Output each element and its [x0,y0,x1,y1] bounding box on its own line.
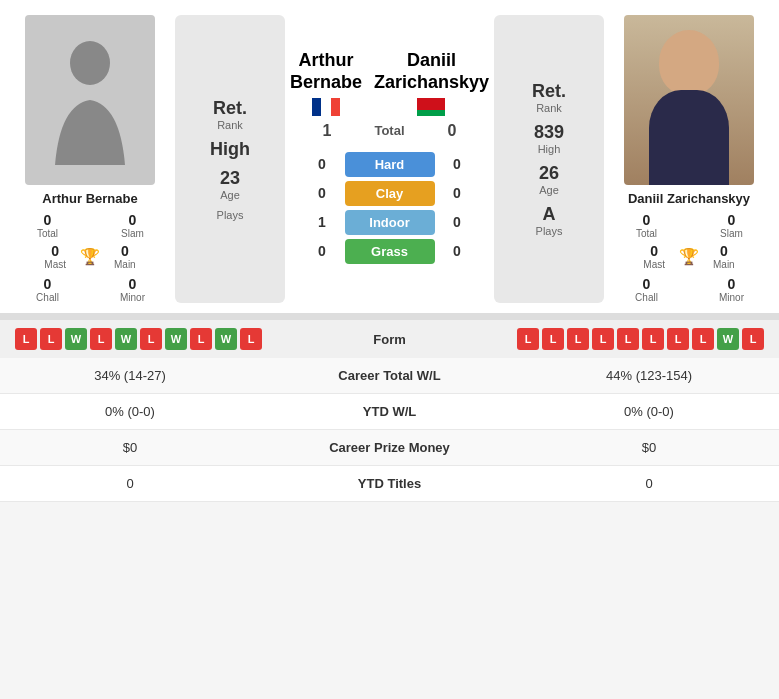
left-high-stat: High [210,139,250,160]
surface-btn-clay[interactable]: Clay [345,181,435,206]
svg-point-0 [70,41,110,85]
right-chall-stat: 0 Chall [609,276,684,303]
form-badge-l: L [567,328,589,350]
surface-area: Arthur Bernabe Daniil Zarichanskyy [290,15,489,303]
form-badge-w: W [717,328,739,350]
right-age-stat: 26 Age [539,163,559,196]
career-left-0: 34% (14-27) [20,368,240,383]
right-main-stat: 0 Main [713,243,735,270]
left-flag-container [290,98,362,116]
right-flag-container [374,98,489,116]
left-mast-label: Mast [44,259,66,270]
surface-right-val-hard: 0 [445,156,470,172]
career-right-1: 0% (0-0) [539,404,759,419]
total-left-val: 1 [315,122,340,140]
right-total-label: Total [609,228,684,239]
surface-row-grass: 0 Grass 0 [310,239,470,264]
main-container: Arthur Bernabe 0 Total 0 Slam 0 Mast 🏆 [0,0,779,502]
left-trophy-row: 0 Mast 🏆 0 Main [44,243,135,270]
right-mast-value: 0 [643,243,665,259]
surface-left-val-clay: 0 [310,185,335,201]
right-slam-value: 0 [694,212,769,228]
form-badge-w: W [65,328,87,350]
form-badge-l: L [642,328,664,350]
surface-btn-indoor[interactable]: Indoor [345,210,435,235]
form-badge-l: L [190,328,212,350]
form-badge-l: L [40,328,62,350]
left-minor-value: 0 [95,276,170,292]
right-chall-label: Chall [609,292,684,303]
right-player-photo [624,15,754,185]
left-player-photo [25,15,155,185]
right-player-card: Daniil Zarichanskyy 0 Total 0 Slam 0 Mas… [609,15,769,303]
right-total-value: 0 [609,212,684,228]
left-chall-value: 0 [10,276,85,292]
left-slam-stat: 0 Slam [95,212,170,239]
surface-right-val-grass: 0 [445,243,470,259]
right-plays-label: Plays [536,225,563,237]
left-mast-value: 0 [44,243,66,259]
surface-btn-grass[interactable]: Grass [345,239,435,264]
left-player-silhouette [45,35,135,165]
form-badge-l: L [517,328,539,350]
left-age-label: Age [220,189,240,201]
form-badge-w: W [115,328,137,350]
left-main-value: 0 [114,243,136,259]
form-badge-l: L [140,328,162,350]
right-middle-card: Ret. Rank 839 High 26 Age A Plays [494,15,604,303]
left-minor-label: Minor [95,292,170,303]
left-high-value: High [210,139,250,160]
left-age-value: 23 [220,168,240,189]
career-right-2: $0 [539,440,759,455]
form-badge-l: L [15,328,37,350]
right-trophy-row: 0 Mast 🏆 0 Main [643,243,734,270]
left-slam-label: Slam [95,228,170,239]
left-chall-stat: 0 Chall [10,276,85,303]
left-total-value: 0 [10,212,85,228]
career-left-3: 0 [20,476,240,491]
surface-rows-container: 0 Hard 0 0 Clay 0 1 Indoor 0 0 Grass 0 [310,148,470,268]
right-rank-value: Ret. [532,81,566,102]
total-label: Total [350,123,430,138]
left-main-label: Main [114,259,136,270]
right-main-value: 0 [713,243,735,259]
right-minor-stat: 0 Minor [694,276,769,303]
left-main-stat: 0 Main [114,243,136,270]
career-center-2: Career Prize Money [300,440,480,455]
form-badge-l: L [542,328,564,350]
career-row-2: $0 Career Prize Money $0 [0,430,779,466]
left-plays-label: Plays [217,209,244,221]
right-main-label: Main [713,259,735,270]
surface-row-clay: 0 Clay 0 [310,181,470,206]
right-minor-label: Minor [694,292,769,303]
right-total-stat: 0 Total [609,212,684,239]
form-badge-l: L [692,328,714,350]
right-high-label: High [534,143,564,155]
total-right-val: 0 [440,122,465,140]
form-label: Form [350,332,430,347]
form-badge-w: W [215,328,237,350]
form-section: LLWLWLWLWL Form LLLLLLLLWL [0,319,779,358]
right-mast-label: Mast [643,259,665,270]
left-total-stat: 0 Total [10,212,85,239]
career-row-3: 0 YTD Titles 0 [0,466,779,502]
left-form-badges: LLWLWLWLWL [15,328,262,350]
career-center-3: YTD Titles [300,476,480,491]
right-player-header-name: Daniil Zarichanskyy [374,50,489,93]
total-row: 1 Total 0 [315,122,465,140]
left-player-card: Arthur Bernabe 0 Total 0 Slam 0 Mast 🏆 [10,15,170,303]
right-minor-value: 0 [694,276,769,292]
right-age-value: 26 [539,163,559,184]
career-right-3: 0 [539,476,759,491]
form-badge-l: L [592,328,614,350]
left-plays-stat: Plays [217,209,244,221]
surface-row-indoor: 1 Indoor 0 [310,210,470,235]
surface-left-val-grass: 0 [310,243,335,259]
right-plays-stat: A Plays [536,204,563,237]
left-player-stats: 0 Total 0 Slam [10,212,170,239]
form-badge-l: L [240,328,262,350]
surface-right-val-indoor: 0 [445,214,470,230]
left-mast-stat: 0 Mast [44,243,66,270]
right-form-badges: LLLLLLLLWL [517,328,764,350]
surface-btn-hard[interactable]: Hard [345,152,435,177]
